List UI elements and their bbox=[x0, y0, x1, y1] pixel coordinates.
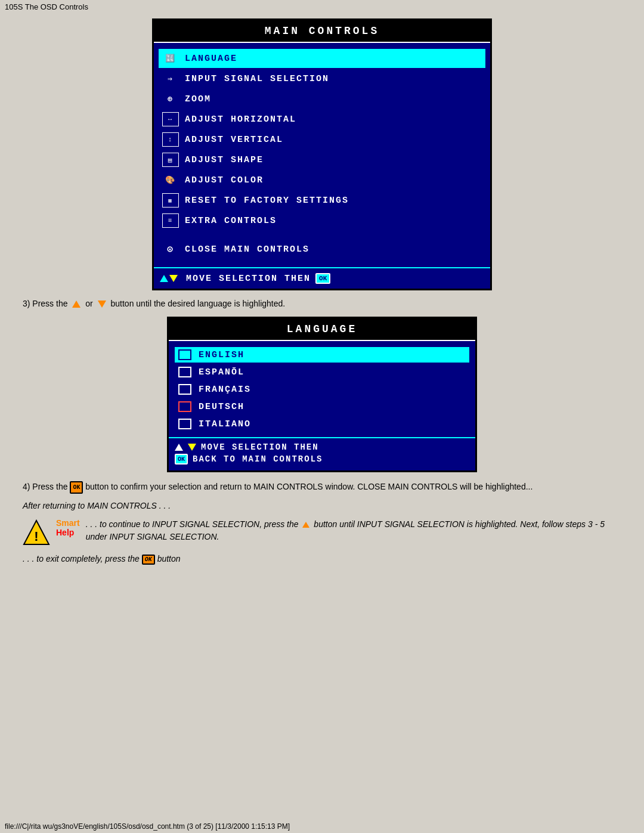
lang-down-icon bbox=[188, 444, 196, 451]
smart-help-labels: Smart Help bbox=[56, 518, 80, 537]
instruction-4-end: button to confirm your selection and ret… bbox=[85, 482, 532, 491]
ok-inline-icon: OK bbox=[70, 481, 83, 494]
lang-footer-text-2: BACK TO MAIN CONTROLS bbox=[193, 454, 323, 464]
language-osd-footer: MOVE SELECTION THEN OK BACK TO MAIN CONT… bbox=[169, 437, 475, 470]
down-arrow-icon bbox=[169, 275, 178, 282]
exit-text-start: . . . to exit completely, press the bbox=[23, 554, 140, 563]
smart-label: Smart bbox=[56, 518, 80, 528]
lang-item-italiano[interactable]: ITALIANO bbox=[175, 416, 469, 432]
lang-footer-line-1: MOVE SELECTION THEN bbox=[175, 442, 469, 452]
after-returning: After returning to MAIN CONTROLS . . . bbox=[23, 500, 621, 512]
help-content: . . . to continue to INPUT SIGNAL SELECT… bbox=[86, 518, 621, 543]
lang-up-icon bbox=[175, 444, 183, 451]
reset-icon: ▦ bbox=[162, 193, 179, 208]
svg-text:!: ! bbox=[34, 529, 38, 544]
osd-item-language[interactable]: 🔣 LANGUAGE bbox=[159, 49, 485, 68]
main-controls-header: MAIN CONTROLS bbox=[154, 20, 490, 43]
osd-item-adjust-horizontal[interactable]: ↔ ADJUST HORIZONTAL bbox=[159, 110, 485, 129]
instruction-3-start: 3) Press the bbox=[23, 299, 67, 308]
osd-item-input-signal[interactable]: ⇒ INPUT SIGNAL SELECTION bbox=[159, 69, 485, 88]
help-content-1-start: . . . to continue to INPUT SIGNAL SELECT… bbox=[86, 519, 299, 529]
extra-controls-label: EXTRA CONTROLS bbox=[185, 216, 277, 226]
main-controls-footer: MOVE SELECTION THEN OK bbox=[154, 267, 490, 289]
after-returning-text: After returning to MAIN CONTROLS . . . bbox=[23, 500, 621, 512]
horizontal-icon: ↔ bbox=[162, 112, 179, 126]
adjust-horizontal-label: ADJUST HORIZONTAL bbox=[185, 114, 296, 125]
francais-label: FRANÇAIS bbox=[199, 385, 251, 395]
osd-item-adjust-shape[interactable]: ▤ ADJUST SHAPE bbox=[159, 150, 485, 169]
help-up-arrow-icon bbox=[302, 522, 309, 528]
up-arrow-icon bbox=[160, 275, 168, 282]
page-footer-text: file:///C|/rita wu/gs3noVE/english/105S/… bbox=[5, 822, 290, 831]
lang-footer-line-2: OK BACK TO MAIN CONTROLS bbox=[175, 454, 469, 465]
osd-item-extra-controls[interactable]: ≡ EXTRA CONTROLS bbox=[159, 211, 485, 230]
ok-badge: OK bbox=[315, 273, 330, 284]
ok-exit-icon: OK bbox=[142, 555, 155, 565]
warning-triangle-icon: ! bbox=[23, 519, 50, 547]
osd-item-zoom[interactable]: ⊕ ZOOM bbox=[159, 89, 485, 109]
extra-icon: ≡ bbox=[162, 213, 179, 228]
nav-icons bbox=[160, 275, 178, 282]
shape-icon: ▤ bbox=[162, 153, 179, 167]
language-label: LANGUAGE bbox=[185, 54, 237, 64]
main-controls-body: 🔣 LANGUAGE ⇒ INPUT SIGNAL SELECTION ⊕ ZO… bbox=[154, 43, 490, 267]
title-bar: 105S The OSD Controls bbox=[5, 2, 639, 11]
language-osd-header: LANGUAGE bbox=[169, 318, 475, 341]
lang-item-espanol[interactable]: ESPANÕL bbox=[175, 364, 469, 380]
footer-text: MOVE SELECTION THEN bbox=[186, 274, 311, 284]
page-footer: file:///C|/rita wu/gs3noVE/english/105S/… bbox=[5, 822, 290, 831]
ok-square: OK bbox=[175, 454, 188, 465]
help-label: Help bbox=[56, 528, 74, 537]
color-icon: 🎨 bbox=[162, 173, 179, 187]
close-main-icon: ⊙ bbox=[162, 242, 179, 256]
espanol-icon bbox=[178, 367, 191, 377]
adjust-color-label: ADJUST COLOR bbox=[185, 175, 264, 185]
down-button-icon bbox=[98, 301, 106, 308]
smart-help-block: ! Smart Help . . . to continue to INPUT … bbox=[23, 518, 621, 547]
osd-item-adjust-vertical[interactable]: ↕ ADJUST VERTICAL bbox=[159, 130, 485, 149]
input-signal-label: INPUT SIGNAL SELECTION bbox=[185, 74, 329, 84]
lang-footer-text-1: MOVE SELECTION THEN bbox=[201, 442, 319, 452]
lang-item-francais[interactable]: FRANÇAIS bbox=[175, 382, 469, 397]
language-osd-body: ENGLISH ESPANÕL FRANÇAIS DEUTSCH ITALIAN… bbox=[169, 341, 475, 437]
instruction-4: 4) Press the OK button to confirm your s… bbox=[23, 481, 621, 494]
lang-item-deutsch[interactable]: DEUTSCH bbox=[175, 399, 469, 414]
zoom-label: ZOOM bbox=[185, 94, 211, 104]
deutsch-icon bbox=[178, 401, 191, 412]
adjust-shape-label: ADJUST SHAPE bbox=[185, 155, 264, 165]
espanol-label: ESPANÕL bbox=[199, 367, 244, 377]
deutsch-label: DEUTSCH bbox=[199, 402, 244, 412]
instruction-3-end: button until the desired language is hig… bbox=[111, 299, 286, 308]
title-text: 105S The OSD Controls bbox=[5, 2, 88, 11]
language-icon: 🔣 bbox=[162, 51, 179, 66]
lang-item-english[interactable]: ENGLISH bbox=[175, 347, 469, 363]
up-button-icon bbox=[72, 301, 80, 308]
italiano-icon bbox=[178, 419, 191, 429]
osd-item-reset-factory[interactable]: ▦ RESET TO FACTORY SETTINGS bbox=[159, 191, 485, 210]
osd-item-adjust-color[interactable]: 🎨 ADJUST COLOR bbox=[159, 171, 485, 190]
adjust-vertical-label: ADJUST VERTICAL bbox=[185, 135, 283, 145]
italiano-label: ITALIANO bbox=[199, 419, 251, 429]
reset-factory-label: RESET TO FACTORY SETTINGS bbox=[185, 196, 349, 206]
francais-icon bbox=[178, 384, 191, 395]
vertical-icon: ↕ bbox=[162, 132, 179, 147]
instruction-4-start: 4) Press the bbox=[23, 482, 67, 491]
language-osd: LANGUAGE ENGLISH ESPANÕL FRANÇAIS DEUTSC… bbox=[167, 317, 477, 472]
zoom-icon: ⊕ bbox=[162, 92, 179, 106]
close-main-label: CLOSE MAIN CONTROLS bbox=[185, 244, 309, 255]
exit-instruction: . . . to exit completely, press the OK b… bbox=[23, 554, 621, 565]
osd-item-close-main[interactable]: ⊙ CLOSE MAIN CONTROLS bbox=[159, 240, 485, 259]
exit-text-end: button bbox=[157, 554, 181, 563]
english-icon bbox=[178, 349, 191, 360]
english-label: ENGLISH bbox=[199, 350, 244, 360]
input-signal-icon: ⇒ bbox=[162, 72, 179, 86]
main-controls-osd: MAIN CONTROLS 🔣 LANGUAGE ⇒ INPUT SIGNAL … bbox=[152, 18, 492, 290]
instruction-3: 3) Press the or button until the desired… bbox=[23, 299, 621, 308]
instruction-3-or: or bbox=[85, 299, 92, 308]
